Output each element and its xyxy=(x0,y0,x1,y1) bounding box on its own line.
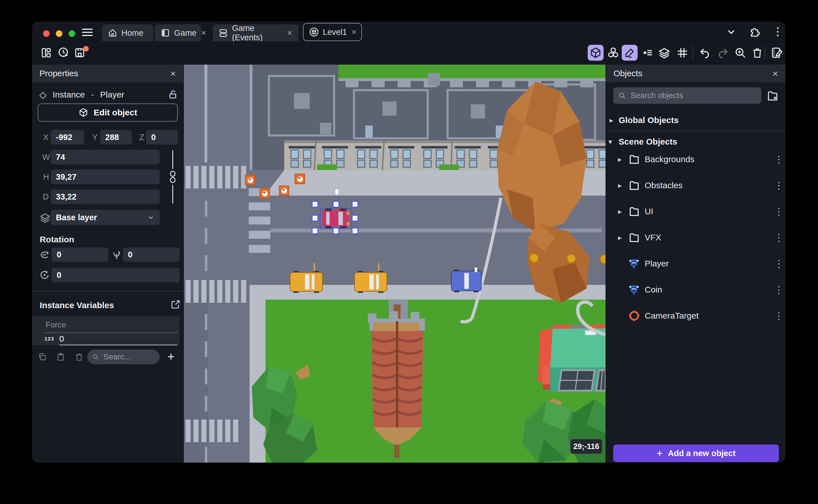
delete-trash-icon[interactable] xyxy=(749,45,765,61)
paste-clipboard-icon[interactable] xyxy=(56,352,65,361)
objects-search-input[interactable] xyxy=(630,91,756,100)
item-menu-kebab-icon[interactable]: ⋮ xyxy=(774,235,784,240)
teal-building[interactable] xyxy=(538,325,606,392)
close-tab-icon[interactable]: × xyxy=(286,29,293,37)
add-variable-plus-icon[interactable]: + xyxy=(167,350,175,364)
rotation-y-input[interactable] xyxy=(123,247,179,262)
copy-icon[interactable] xyxy=(38,352,47,361)
x-label: X xyxy=(43,133,48,142)
grid-icon[interactable] xyxy=(675,45,690,61)
tab-game[interactable]: Game × xyxy=(155,24,201,41)
browser-menu-kebab-icon[interactable]: ⋮ xyxy=(772,22,783,41)
3d-view-tool-icon[interactable] xyxy=(588,45,604,61)
tab-label: Home xyxy=(121,28,143,38)
rotate-y-icon xyxy=(111,249,122,261)
item-menu-kebab-icon[interactable]: ⋮ xyxy=(774,287,784,293)
extensions-puzzle-icon[interactable] xyxy=(748,22,761,41)
lock-toggle-icon[interactable] xyxy=(168,89,178,100)
traffic-car-yellow-2[interactable] xyxy=(354,271,387,293)
layers-panel-icon[interactable] xyxy=(656,45,672,61)
variable-name-underline xyxy=(45,332,177,333)
tree-item-vfx[interactable]: ▸ VFX ⋮ xyxy=(606,226,785,249)
tree-item-player[interactable]: Player ⋮ xyxy=(606,252,785,275)
edit-object-button[interactable]: Edit object xyxy=(38,103,178,122)
variables-search-input[interactable] xyxy=(103,352,155,362)
z-input[interactable] xyxy=(146,130,178,145)
close-window-button[interactable] xyxy=(43,30,50,37)
close-tab-icon[interactable]: × xyxy=(200,29,207,37)
close-tab-icon[interactable]: × xyxy=(351,28,357,36)
tree-item-obstacles[interactable]: ▸ Obstacles ⋮ xyxy=(606,174,785,197)
expand-arrow-icon[interactable]: ▸ xyxy=(618,181,622,190)
traffic-car-blue[interactable] xyxy=(451,268,481,292)
instances-list-icon[interactable] xyxy=(640,45,656,61)
tab-game-events[interactable]: Game (Events) × xyxy=(213,24,298,41)
tree-item-label: UI xyxy=(645,207,653,216)
tree-item-coin[interactable]: Coin ⋮ xyxy=(606,278,785,301)
layout-panels-icon[interactable] xyxy=(38,45,54,61)
rotation-z-input[interactable] xyxy=(52,268,179,282)
x-input[interactable] xyxy=(51,130,84,145)
history-icon[interactable] xyxy=(55,45,71,61)
tree-item-backgrounds[interactable]: ▸ Backgrounds ⋮ xyxy=(606,148,785,171)
tree-item-label: Backgrounds xyxy=(645,154,694,164)
w-input[interactable] xyxy=(51,150,160,164)
y-input[interactable] xyxy=(100,130,132,145)
undo-icon[interactable] xyxy=(697,45,713,61)
tree-item-ui[interactable]: ▸ UI ⋮ xyxy=(606,200,785,223)
variables-search[interactable] xyxy=(87,350,160,364)
width-row: W xyxy=(32,150,184,164)
layer-select[interactable]: Base layer xyxy=(51,210,160,225)
variable-name[interactable]: Force xyxy=(46,320,66,329)
properties-title: Properties xyxy=(39,69,78,78)
h-label: H xyxy=(43,172,49,182)
expand-arrow-icon[interactable]: ▸ xyxy=(618,233,622,242)
close-panel-icon[interactable]: × xyxy=(170,68,176,79)
item-menu-kebab-icon[interactable]: ⋮ xyxy=(774,183,784,188)
titlebar-chevron-down-icon[interactable] xyxy=(726,22,737,41)
minimize-window-button[interactable] xyxy=(56,30,62,37)
scene-notes-edit-icon[interactable] xyxy=(769,45,785,61)
objects-search[interactable] xyxy=(613,87,761,104)
rotation-handle-dot[interactable] xyxy=(337,208,340,211)
maximize-window-button[interactable] xyxy=(69,30,75,37)
lawn-strip-north xyxy=(338,65,606,79)
expand-arrow-icon[interactable]: ▸ xyxy=(610,116,613,125)
tab-home[interactable]: Home xyxy=(102,24,153,41)
item-menu-kebab-icon[interactable]: ⋮ xyxy=(774,313,784,319)
objects-stack-tool-icon[interactable] xyxy=(605,45,621,61)
d-input[interactable] xyxy=(51,189,160,204)
edit-pencil-tool-icon[interactable] xyxy=(622,45,638,61)
scene-objects-header[interactable]: ▾ Scene Objects xyxy=(606,134,785,150)
item-menu-kebab-icon[interactable]: ⋮ xyxy=(774,261,784,266)
scene-viewport[interactable]: 29;-116 xyxy=(184,65,606,463)
main-menu-icon[interactable] xyxy=(82,27,93,38)
global-objects-header[interactable]: ▸ Global Objects xyxy=(606,112,785,128)
tree-item-label: Player xyxy=(645,259,669,268)
point-marker[interactable] xyxy=(335,188,339,196)
expand-arrow-icon[interactable]: ▸ xyxy=(618,207,622,216)
tree-item-cameratarget[interactable]: CameraTarget ⋮ xyxy=(606,304,785,327)
add-new-object-button[interactable]: + Add a new object xyxy=(613,444,779,462)
traffic-car-yellow-1[interactable] xyxy=(290,271,322,293)
objects-title: Objects xyxy=(614,69,643,78)
delete-variable-trash-icon[interactable] xyxy=(75,352,84,361)
folder-icon xyxy=(628,232,640,243)
open-variables-external-icon[interactable] xyxy=(170,299,181,310)
collapse-arrow-icon[interactable]: ▾ xyxy=(608,137,612,146)
close-panel-icon[interactable]: × xyxy=(772,68,778,79)
zoom-in-icon[interactable] xyxy=(732,45,748,61)
tab-level1[interactable]: Level1 × xyxy=(303,23,362,41)
scene-canvas[interactable] xyxy=(184,65,606,463)
rotation-title: Rotation xyxy=(40,235,74,244)
expand-arrow-icon[interactable]: ▸ xyxy=(618,155,622,164)
redo-icon[interactable] xyxy=(715,45,731,61)
h-input[interactable] xyxy=(51,170,160,184)
rotation-x-input[interactable] xyxy=(52,247,108,262)
add-folder-icon[interactable] xyxy=(766,90,779,102)
link-dimensions-icon[interactable] xyxy=(166,150,179,204)
item-menu-kebab-icon[interactable]: ⋮ xyxy=(774,209,784,214)
tab-label: Game (Events) xyxy=(232,24,282,42)
item-menu-kebab-icon[interactable]: ⋮ xyxy=(774,157,784,162)
variable-value[interactable]: 0 xyxy=(59,334,64,344)
